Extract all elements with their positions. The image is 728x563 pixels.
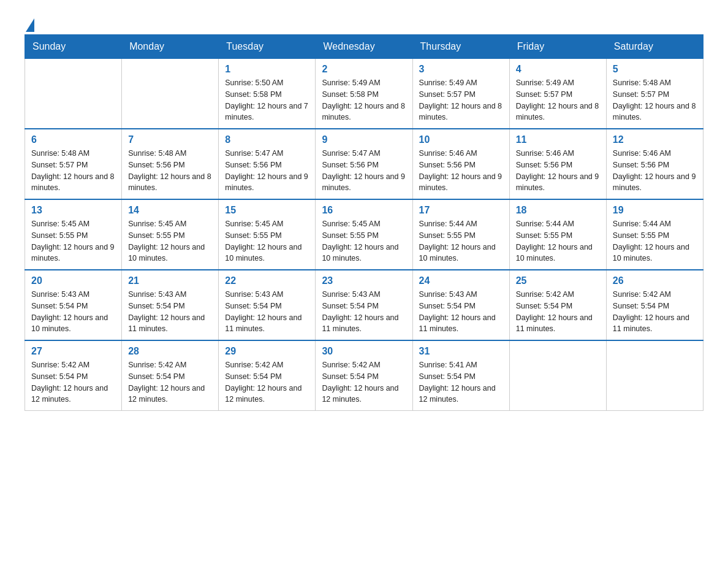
day-number: 3 [419,64,503,75]
day-number: 19 [613,205,697,216]
calendar-day-cell: 14Sunrise: 5:45 AM Sunset: 5:55 PM Dayli… [122,199,219,270]
day-number: 8 [225,134,309,145]
day-number: 10 [419,134,503,145]
day-info: Sunrise: 5:49 AM Sunset: 5:57 PM Dayligh… [516,77,600,123]
day-number: 22 [225,275,309,286]
day-info: Sunrise: 5:49 AM Sunset: 5:57 PM Dayligh… [419,77,503,123]
day-info: Sunrise: 5:50 AM Sunset: 5:58 PM Dayligh… [225,77,309,123]
calendar-day-cell: 10Sunrise: 5:46 AM Sunset: 5:56 PM Dayli… [412,129,509,199]
day-number: 4 [516,64,600,75]
day-info: Sunrise: 5:45 AM Sunset: 5:55 PM Dayligh… [322,218,406,264]
day-info: Sunrise: 5:47 AM Sunset: 5:56 PM Dayligh… [225,148,309,194]
calendar-day-cell: 24Sunrise: 5:43 AM Sunset: 5:54 PM Dayli… [412,270,509,340]
day-number: 30 [322,346,406,357]
calendar-week-row: 1Sunrise: 5:50 AM Sunset: 5:58 PM Daylig… [25,59,703,129]
day-number: 7 [128,134,212,145]
day-number: 21 [128,275,212,286]
day-info: Sunrise: 5:42 AM Sunset: 5:54 PM Dayligh… [613,289,697,335]
calendar-day-cell: 30Sunrise: 5:42 AM Sunset: 5:54 PM Dayli… [316,340,412,411]
day-info: Sunrise: 5:43 AM Sunset: 5:54 PM Dayligh… [225,289,309,335]
day-info: Sunrise: 5:44 AM Sunset: 5:55 PM Dayligh… [516,218,600,264]
day-info: Sunrise: 5:48 AM Sunset: 5:56 PM Dayligh… [128,148,212,194]
calendar-day-cell: 8Sunrise: 5:47 AM Sunset: 5:56 PM Daylig… [219,129,316,199]
calendar-day-header: Sunday [25,35,122,59]
day-info: Sunrise: 5:48 AM Sunset: 5:57 PM Dayligh… [613,77,697,123]
day-number: 16 [322,205,406,216]
day-info: Sunrise: 5:43 AM Sunset: 5:54 PM Dayligh… [31,289,115,335]
calendar-day-cell: 13Sunrise: 5:45 AM Sunset: 5:55 PM Dayli… [25,199,122,270]
day-number: 1 [225,64,309,75]
day-number: 31 [419,346,503,357]
day-info: Sunrise: 5:43 AM Sunset: 5:54 PM Dayligh… [419,289,503,335]
calendar-day-cell: 6Sunrise: 5:48 AM Sunset: 5:57 PM Daylig… [25,129,122,199]
calendar-week-row: 27Sunrise: 5:42 AM Sunset: 5:54 PM Dayli… [25,340,703,411]
calendar-day-header: Monday [122,35,219,59]
day-info: Sunrise: 5:46 AM Sunset: 5:56 PM Dayligh… [613,148,697,194]
day-info: Sunrise: 5:45 AM Sunset: 5:55 PM Dayligh… [225,218,309,264]
day-info: Sunrise: 5:42 AM Sunset: 5:54 PM Dayligh… [516,289,600,335]
day-number: 29 [225,346,309,357]
calendar-day-cell: 25Sunrise: 5:42 AM Sunset: 5:54 PM Dayli… [509,270,606,340]
calendar-day-header: Saturday [606,35,703,59]
day-info: Sunrise: 5:47 AM Sunset: 5:56 PM Dayligh… [322,148,406,194]
day-info: Sunrise: 5:44 AM Sunset: 5:55 PM Dayligh… [613,218,697,264]
calendar-day-header: Wednesday [316,35,412,59]
day-info: Sunrise: 5:43 AM Sunset: 5:54 PM Dayligh… [322,289,406,335]
calendar-day-cell: 3Sunrise: 5:49 AM Sunset: 5:57 PM Daylig… [412,59,509,129]
calendar-day-cell: 15Sunrise: 5:45 AM Sunset: 5:55 PM Dayli… [219,199,316,270]
day-info: Sunrise: 5:48 AM Sunset: 5:57 PM Dayligh… [31,148,115,194]
day-number: 6 [31,134,115,145]
calendar-day-cell: 12Sunrise: 5:46 AM Sunset: 5:56 PM Dayli… [606,129,703,199]
calendar-day-header: Friday [509,35,606,59]
calendar-day-cell [606,340,703,411]
day-info: Sunrise: 5:45 AM Sunset: 5:55 PM Dayligh… [128,218,212,264]
calendar-day-header: Thursday [412,35,509,59]
calendar-week-row: 20Sunrise: 5:43 AM Sunset: 5:54 PM Dayli… [25,270,703,340]
calendar-day-cell: 1Sunrise: 5:50 AM Sunset: 5:58 PM Daylig… [219,59,316,129]
calendar-day-cell: 28Sunrise: 5:42 AM Sunset: 5:54 PM Dayli… [122,340,219,411]
calendar-day-cell: 9Sunrise: 5:47 AM Sunset: 5:56 PM Daylig… [316,129,412,199]
calendar-day-cell [122,59,219,129]
day-info: Sunrise: 5:42 AM Sunset: 5:54 PM Dayligh… [31,359,115,405]
calendar-day-cell: 23Sunrise: 5:43 AM Sunset: 5:54 PM Dayli… [316,270,412,340]
day-info: Sunrise: 5:49 AM Sunset: 5:58 PM Dayligh… [322,77,406,123]
day-info: Sunrise: 5:42 AM Sunset: 5:54 PM Dayligh… [128,359,212,405]
day-number: 13 [31,205,115,216]
day-number: 28 [128,346,212,357]
calendar-day-cell: 2Sunrise: 5:49 AM Sunset: 5:58 PM Daylig… [316,59,412,129]
day-number: 15 [225,205,309,216]
day-number: 24 [419,275,503,286]
calendar-day-cell: 31Sunrise: 5:41 AM Sunset: 5:54 PM Dayli… [412,340,509,411]
day-number: 12 [613,134,697,145]
calendar-day-cell: 19Sunrise: 5:44 AM Sunset: 5:55 PM Dayli… [606,199,703,270]
calendar-day-cell: 17Sunrise: 5:44 AM Sunset: 5:55 PM Dayli… [412,199,509,270]
calendar-day-cell: 27Sunrise: 5:42 AM Sunset: 5:54 PM Dayli… [25,340,122,411]
day-number: 27 [31,346,115,357]
day-number: 2 [322,64,406,75]
day-number: 18 [516,205,600,216]
calendar-day-cell: 21Sunrise: 5:43 AM Sunset: 5:54 PM Dayli… [122,270,219,340]
day-number: 11 [516,134,600,145]
day-number: 9 [322,134,406,145]
calendar-day-cell: 22Sunrise: 5:43 AM Sunset: 5:54 PM Dayli… [219,270,316,340]
calendar-day-cell [509,340,606,411]
calendar-table: SundayMondayTuesdayWednesdayThursdayFrid… [25,34,703,411]
calendar-day-cell: 18Sunrise: 5:44 AM Sunset: 5:55 PM Dayli… [509,199,606,270]
logo-triangle-icon [26,18,34,32]
day-info: Sunrise: 5:46 AM Sunset: 5:56 PM Dayligh… [516,148,600,194]
calendar-day-cell: 20Sunrise: 5:43 AM Sunset: 5:54 PM Dayli… [25,270,122,340]
calendar-day-cell: 5Sunrise: 5:48 AM Sunset: 5:57 PM Daylig… [606,59,703,129]
calendar-week-row: 6Sunrise: 5:48 AM Sunset: 5:57 PM Daylig… [25,129,703,199]
day-info: Sunrise: 5:43 AM Sunset: 5:54 PM Dayligh… [128,289,212,335]
day-number: 5 [613,64,697,75]
calendar-day-cell: 4Sunrise: 5:49 AM Sunset: 5:57 PM Daylig… [509,59,606,129]
day-number: 14 [128,205,212,216]
logo [25,18,34,28]
day-number: 26 [613,275,697,286]
day-number: 17 [419,205,503,216]
day-info: Sunrise: 5:44 AM Sunset: 5:55 PM Dayligh… [419,218,503,264]
day-number: 20 [31,275,115,286]
calendar-week-row: 13Sunrise: 5:45 AM Sunset: 5:55 PM Dayli… [25,199,703,270]
calendar-day-cell: 26Sunrise: 5:42 AM Sunset: 5:54 PM Dayli… [606,270,703,340]
calendar-day-cell: 16Sunrise: 5:45 AM Sunset: 5:55 PM Dayli… [316,199,412,270]
